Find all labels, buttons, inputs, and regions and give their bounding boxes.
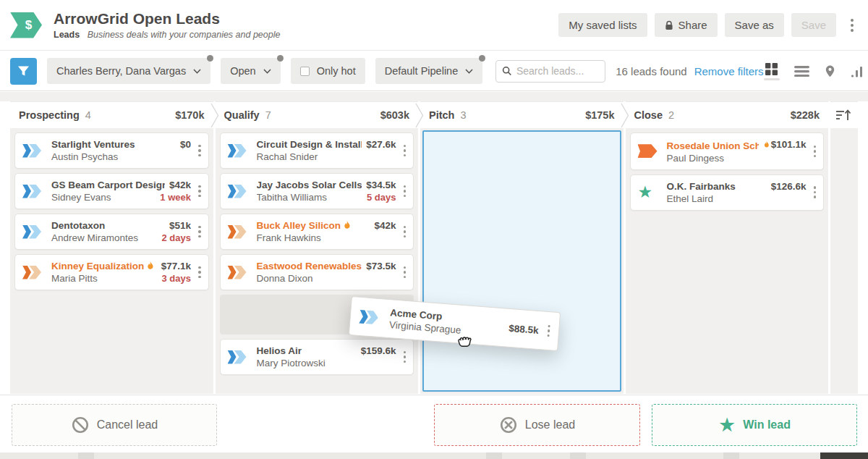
win-star-icon: ★ bbox=[718, 416, 736, 434]
lead-card[interactable]: Starlight Ventures$0 Austin Psychas bbox=[14, 132, 209, 169]
card-menu-icon[interactable] bbox=[545, 324, 552, 339]
board-lanes: Starlight Ventures$0 Austin Psychas GS B… bbox=[10, 128, 858, 394]
active-filter-dot bbox=[277, 55, 284, 62]
sort-button[interactable] bbox=[830, 101, 858, 128]
column-header-qualify: Qualify 7 $603k bbox=[216, 101, 419, 128]
leads-app: $ ArrowGrid Open Leads Leads Business de… bbox=[0, 0, 868, 459]
column-header-close: Close 2 $228k bbox=[626, 101, 829, 128]
lose-lead-dropzone[interactable]: Lose lead bbox=[434, 404, 640, 446]
scrubber-tick bbox=[78, 452, 94, 459]
cancel-lead-dropzone[interactable]: Cancel lead bbox=[12, 404, 217, 446]
lead-company: Starlight Ventures bbox=[51, 139, 176, 150]
lead-card[interactable]: GS Beam Carport Design ...$42k Sidney Ev… bbox=[14, 173, 209, 209]
search-box bbox=[495, 60, 605, 83]
save-label: Save bbox=[801, 19, 826, 31]
stage-separator-chevron bbox=[621, 103, 629, 128]
win-lead-label: Win lead bbox=[743, 418, 791, 431]
funnel-icon bbox=[17, 65, 30, 77]
lead-person: Ethel Laird bbox=[667, 193, 807, 204]
win-lead-dropzone[interactable]: ★ Win lead bbox=[652, 404, 857, 446]
chart-view-icon[interactable] bbox=[851, 65, 864, 77]
card-menu-icon[interactable] bbox=[197, 265, 203, 280]
list-view-icon[interactable] bbox=[794, 65, 809, 77]
scrubber-tick bbox=[723, 452, 739, 459]
grid-view-icon[interactable] bbox=[764, 62, 780, 80]
header-overflow-menu-icon[interactable] bbox=[848, 16, 856, 35]
subtitle-description: Business deals with your companies and p… bbox=[88, 30, 281, 40]
share-button[interactable]: Share bbox=[655, 13, 718, 37]
lead-company: GS Beam Carport Design ... bbox=[51, 180, 165, 190]
stage-total: $170k bbox=[175, 109, 204, 121]
card-menu-icon[interactable] bbox=[197, 143, 203, 159]
results-count: 16 leads found bbox=[616, 65, 686, 77]
lead-value: $34.5k bbox=[366, 180, 396, 190]
stage-name: Close bbox=[634, 109, 663, 121]
lead-card[interactable]: Buck Alley Silicon$42k Frank Hawkins bbox=[220, 214, 414, 250]
lane-close: Rosedale Union Sch...$101.1k Paul Dinges… bbox=[626, 128, 829, 394]
stage-progress-icon-hot bbox=[228, 225, 251, 239]
card-menu-icon[interactable] bbox=[402, 224, 408, 240]
lead-value: $51k bbox=[169, 220, 191, 231]
hot-flame-icon bbox=[146, 261, 154, 271]
card-menu-icon[interactable] bbox=[812, 185, 818, 200]
stage-name: Prospecting bbox=[19, 109, 80, 121]
lead-card[interactable]: Circuit Design & Installa...$27.6k Racha… bbox=[220, 132, 414, 169]
owners-filter-dropdown[interactable]: Charles Berry, Dana Vargas bbox=[47, 58, 210, 84]
lead-person: Rachal Snider bbox=[257, 151, 396, 162]
stage-separator-chevron bbox=[415, 103, 424, 128]
only-hot-toggle[interactable]: Only hot bbox=[291, 58, 365, 84]
status-filter-dropdown[interactable]: Open bbox=[221, 58, 280, 84]
won-star-icon: ★ bbox=[638, 185, 661, 199]
lead-card[interactable]: Dentotaxon$51k Andrew Miramontes2 days bbox=[14, 214, 209, 250]
card-menu-icon[interactable] bbox=[402, 265, 408, 280]
lead-card[interactable]: Helios Air$159.6k Mary Piotrowski bbox=[220, 339, 414, 375]
only-hot-checkbox[interactable] bbox=[300, 67, 310, 76]
card-menu-icon[interactable] bbox=[402, 184, 408, 199]
filter-button[interactable] bbox=[10, 58, 37, 85]
pipeline-filter-dropdown[interactable]: Default Pipeline bbox=[375, 58, 483, 84]
lead-person: Austin Psychas bbox=[51, 151, 191, 162]
stage-progress-icon-hot bbox=[228, 266, 251, 279]
page-subtitle: Leads Business deals with your companies… bbox=[54, 30, 280, 40]
column-header-pitch: Pitch 3 $175k bbox=[420, 101, 624, 128]
remove-filters-link[interactable]: Remove filters bbox=[694, 65, 764, 77]
page-header: $ ArrowGrid Open Leads Leads Business de… bbox=[0, 0, 868, 51]
card-menu-icon[interactable] bbox=[402, 143, 408, 159]
lead-value: $101.1k bbox=[763, 139, 807, 150]
stage-name: Pitch bbox=[429, 109, 454, 121]
hot-flame-icon bbox=[343, 221, 351, 230]
pitch-drop-target[interactable] bbox=[422, 130, 621, 392]
card-menu-icon[interactable] bbox=[197, 224, 203, 240]
lead-person: Donna Dixon bbox=[257, 273, 396, 284]
save-as-button[interactable]: Save as bbox=[725, 13, 784, 37]
search-input[interactable] bbox=[516, 65, 599, 77]
lead-card[interactable]: Kinney Equalization$77.1k Maria Pitts3 d… bbox=[14, 254, 209, 290]
lead-company: Helios Air bbox=[257, 345, 357, 356]
lead-person: Mary Piotrowski bbox=[257, 358, 396, 369]
stage-progress-icon bbox=[359, 309, 383, 324]
save-button[interactable]: Save bbox=[791, 13, 836, 37]
filter-bar: Charles Berry, Dana Vargas Open Only hot… bbox=[0, 51, 868, 91]
lead-card[interactable]: Eastwood Renewables$73.5k Donna Dixon bbox=[220, 254, 414, 290]
active-filter-dot bbox=[207, 55, 213, 62]
lead-card[interactable]: Jay Jacobs Solar Cells$34.5k Tabitha Wil… bbox=[220, 173, 414, 209]
my-saved-lists-button[interactable]: My saved lists bbox=[558, 13, 647, 37]
lead-card[interactable]: ★ O.K. Fairbanks$126.6k Ethel Laird bbox=[630, 174, 825, 211]
active-filter-dot bbox=[479, 55, 485, 62]
cancel-lead-label: Cancel lead bbox=[97, 418, 158, 431]
card-menu-icon[interactable] bbox=[402, 350, 408, 365]
card-menu-icon[interactable] bbox=[812, 144, 818, 159]
stage-total: $175k bbox=[585, 109, 614, 121]
lead-value: $77.1k bbox=[161, 261, 191, 271]
owners-filter-value: Charles Berry, Dana Vargas bbox=[56, 65, 186, 77]
lead-card[interactable]: Rosedale Union Sch...$101.1k Paul Dinges… bbox=[630, 132, 825, 170]
card-menu-icon[interactable] bbox=[197, 184, 203, 199]
lead-person: Sidney Evans bbox=[51, 192, 156, 203]
status-filter-value: Open bbox=[230, 65, 255, 77]
stage-separator-chevron bbox=[210, 103, 219, 128]
stage-total: $228k bbox=[791, 109, 820, 121]
lead-age: 2 days bbox=[162, 232, 191, 243]
map-view-icon[interactable] bbox=[824, 64, 836, 78]
lead-value: $42k bbox=[374, 220, 396, 231]
lead-value: $73.5k bbox=[366, 261, 396, 271]
